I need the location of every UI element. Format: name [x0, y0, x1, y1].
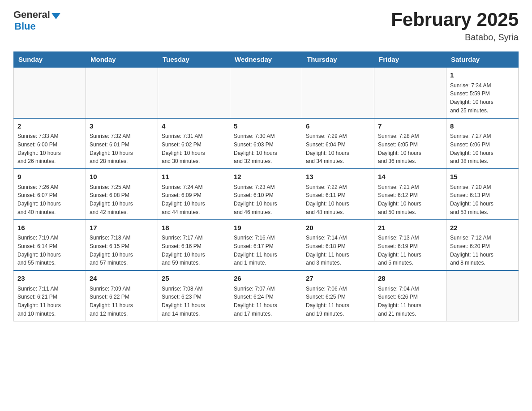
day-of-week-header: Sunday [14, 52, 86, 68]
calendar-day-cell: 8Sunrise: 7:27 AM Sunset: 6:06 PM Daylig… [446, 118, 519, 169]
day-number: 8 [450, 121, 515, 132]
day-info: Sunrise: 7:04 AM Sunset: 6:26 PM Dayligh… [378, 286, 421, 317]
day-info: Sunrise: 7:20 AM Sunset: 6:13 PM Dayligh… [450, 184, 493, 215]
day-info: Sunrise: 7:08 AM Sunset: 6:23 PM Dayligh… [162, 286, 205, 317]
calendar-day-cell: 28Sunrise: 7:04 AM Sunset: 6:26 PM Dayli… [374, 270, 446, 321]
day-info: Sunrise: 7:34 AM Sunset: 5:59 PM Dayligh… [450, 82, 493, 114]
day-number: 19 [234, 223, 298, 233]
day-number: 12 [234, 172, 298, 182]
day-number: 4 [162, 121, 226, 132]
calendar-day-cell [158, 67, 230, 118]
calendar-day-cell: 10Sunrise: 7:25 AM Sunset: 6:08 PM Dayli… [86, 169, 158, 220]
day-info: Sunrise: 7:28 AM Sunset: 6:05 PM Dayligh… [378, 133, 421, 164]
calendar-day-cell [14, 67, 86, 118]
day-info: Sunrise: 7:17 AM Sunset: 6:16 PM Dayligh… [162, 235, 205, 266]
day-info: Sunrise: 7:27 AM Sunset: 6:06 PM Dayligh… [450, 133, 493, 164]
day-info: Sunrise: 7:26 AM Sunset: 6:07 PM Dayligh… [17, 184, 61, 215]
calendar-day-cell: 1Sunrise: 7:34 AM Sunset: 5:59 PM Daylig… [446, 67, 519, 118]
calendar-day-cell: 25Sunrise: 7:08 AM Sunset: 6:23 PM Dayli… [158, 270, 230, 321]
day-info: Sunrise: 7:29 AM Sunset: 6:04 PM Dayligh… [306, 133, 349, 164]
calendar-day-cell: 13Sunrise: 7:22 AM Sunset: 6:11 PM Dayli… [302, 169, 374, 220]
day-number: 10 [90, 172, 154, 182]
day-of-week-header: Tuesday [158, 52, 230, 68]
calendar-day-cell: 6Sunrise: 7:29 AM Sunset: 6:04 PM Daylig… [302, 118, 374, 169]
day-number: 24 [90, 274, 154, 284]
calendar-day-cell: 5Sunrise: 7:30 AM Sunset: 6:03 PM Daylig… [230, 118, 302, 169]
day-info: Sunrise: 7:16 AM Sunset: 6:17 PM Dayligh… [234, 235, 277, 266]
calendar-week-row: 16Sunrise: 7:19 AM Sunset: 6:14 PM Dayli… [14, 220, 519, 271]
calendar-day-cell: 3Sunrise: 7:32 AM Sunset: 6:01 PM Daylig… [86, 118, 158, 169]
day-number: 3 [90, 121, 154, 132]
day-info: Sunrise: 7:06 AM Sunset: 6:25 PM Dayligh… [306, 286, 349, 317]
logo: General Blue [13, 9, 60, 32]
logo-general-text: General [13, 9, 50, 21]
day-number: 11 [162, 172, 226, 182]
day-info: Sunrise: 7:23 AM Sunset: 6:10 PM Dayligh… [234, 184, 277, 215]
calendar-day-cell: 27Sunrise: 7:06 AM Sunset: 6:25 PM Dayli… [302, 270, 374, 321]
calendar-week-row: 9Sunrise: 7:26 AM Sunset: 6:07 PM Daylig… [14, 169, 519, 220]
day-number: 18 [162, 223, 226, 233]
calendar-day-cell: 2Sunrise: 7:33 AM Sunset: 6:00 PM Daylig… [14, 118, 86, 169]
calendar-day-cell: 17Sunrise: 7:18 AM Sunset: 6:15 PM Dayli… [86, 220, 158, 271]
day-info: Sunrise: 7:13 AM Sunset: 6:19 PM Dayligh… [378, 235, 421, 266]
calendar-day-cell: 4Sunrise: 7:31 AM Sunset: 6:02 PM Daylig… [158, 118, 230, 169]
calendar-day-cell: 15Sunrise: 7:20 AM Sunset: 6:13 PM Dayli… [446, 169, 519, 220]
day-info: Sunrise: 7:14 AM Sunset: 6:18 PM Dayligh… [306, 235, 349, 266]
day-number: 1 [450, 70, 515, 81]
day-number: 21 [378, 223, 442, 233]
calendar-day-cell: 19Sunrise: 7:16 AM Sunset: 6:17 PM Dayli… [230, 220, 302, 271]
day-info: Sunrise: 7:07 AM Sunset: 6:24 PM Dayligh… [234, 286, 277, 317]
day-info: Sunrise: 7:25 AM Sunset: 6:08 PM Dayligh… [90, 184, 133, 215]
calendar-day-cell: 11Sunrise: 7:24 AM Sunset: 6:09 PM Dayli… [158, 169, 230, 220]
day-of-week-header: Wednesday [230, 52, 302, 68]
logo-triangle-icon [51, 13, 60, 19]
calendar-day-cell: 22Sunrise: 7:12 AM Sunset: 6:20 PM Dayli… [446, 220, 519, 271]
calendar-title: February 2025 [391, 9, 519, 30]
day-of-week-header: Saturday [446, 52, 519, 68]
day-of-week-header: Friday [374, 52, 446, 68]
day-number: 27 [306, 274, 370, 284]
calendar-day-cell: 12Sunrise: 7:23 AM Sunset: 6:10 PM Dayli… [230, 169, 302, 220]
day-number: 9 [17, 172, 82, 182]
day-number: 7 [378, 121, 442, 132]
calendar-day-cell [374, 67, 446, 118]
day-info: Sunrise: 7:11 AM Sunset: 6:21 PM Dayligh… [17, 286, 61, 317]
day-number: 6 [306, 121, 370, 132]
day-number: 23 [17, 274, 82, 284]
day-info: Sunrise: 7:30 AM Sunset: 6:03 PM Dayligh… [234, 133, 277, 164]
day-number: 16 [17, 223, 82, 233]
calendar-day-cell: 14Sunrise: 7:21 AM Sunset: 6:12 PM Dayli… [374, 169, 446, 220]
day-number: 15 [450, 172, 515, 182]
day-info: Sunrise: 7:24 AM Sunset: 6:09 PM Dayligh… [162, 184, 205, 215]
calendar-day-cell: 20Sunrise: 7:14 AM Sunset: 6:18 PM Dayli… [302, 220, 374, 271]
day-number: 26 [234, 274, 298, 284]
calendar-day-cell: 7Sunrise: 7:28 AM Sunset: 6:05 PM Daylig… [374, 118, 446, 169]
calendar-day-cell: 24Sunrise: 7:09 AM Sunset: 6:22 PM Dayli… [86, 270, 158, 321]
day-info: Sunrise: 7:33 AM Sunset: 6:00 PM Dayligh… [17, 133, 61, 164]
day-number: 20 [306, 223, 370, 233]
calendar-day-cell: 9Sunrise: 7:26 AM Sunset: 6:07 PM Daylig… [14, 169, 86, 220]
day-info: Sunrise: 7:22 AM Sunset: 6:11 PM Dayligh… [306, 184, 349, 215]
calendar-week-row: 1Sunrise: 7:34 AM Sunset: 5:59 PM Daylig… [14, 67, 519, 118]
calendar-day-cell: 26Sunrise: 7:07 AM Sunset: 6:24 PM Dayli… [230, 270, 302, 321]
day-info: Sunrise: 7:18 AM Sunset: 6:15 PM Dayligh… [90, 235, 133, 266]
day-number: 14 [378, 172, 442, 182]
day-info: Sunrise: 7:19 AM Sunset: 6:14 PM Dayligh… [17, 235, 61, 266]
day-of-week-header: Monday [86, 52, 158, 68]
day-info: Sunrise: 7:21 AM Sunset: 6:12 PM Dayligh… [378, 184, 421, 215]
day-info: Sunrise: 7:31 AM Sunset: 6:02 PM Dayligh… [162, 133, 205, 164]
title-section: February 2025 Batabo, Syria [391, 9, 519, 43]
day-number: 22 [450, 223, 515, 233]
page-header: General Blue February 2025 Batabo, Syria [13, 9, 519, 43]
calendar-day-cell: 18Sunrise: 7:17 AM Sunset: 6:16 PM Dayli… [158, 220, 230, 271]
day-info: Sunrise: 7:32 AM Sunset: 6:01 PM Dayligh… [90, 133, 133, 164]
logo-blue-text: Blue [14, 21, 36, 32]
day-info: Sunrise: 7:12 AM Sunset: 6:20 PM Dayligh… [450, 235, 493, 266]
calendar-week-row: 23Sunrise: 7:11 AM Sunset: 6:21 PM Dayli… [14, 270, 519, 321]
calendar-day-cell: 23Sunrise: 7:11 AM Sunset: 6:21 PM Dayli… [14, 270, 86, 321]
calendar-day-cell: 16Sunrise: 7:19 AM Sunset: 6:14 PM Dayli… [14, 220, 86, 271]
day-number: 13 [306, 172, 370, 182]
calendar-day-cell [86, 67, 158, 118]
day-number: 28 [378, 274, 442, 284]
calendar-week-row: 2Sunrise: 7:33 AM Sunset: 6:00 PM Daylig… [14, 118, 519, 169]
